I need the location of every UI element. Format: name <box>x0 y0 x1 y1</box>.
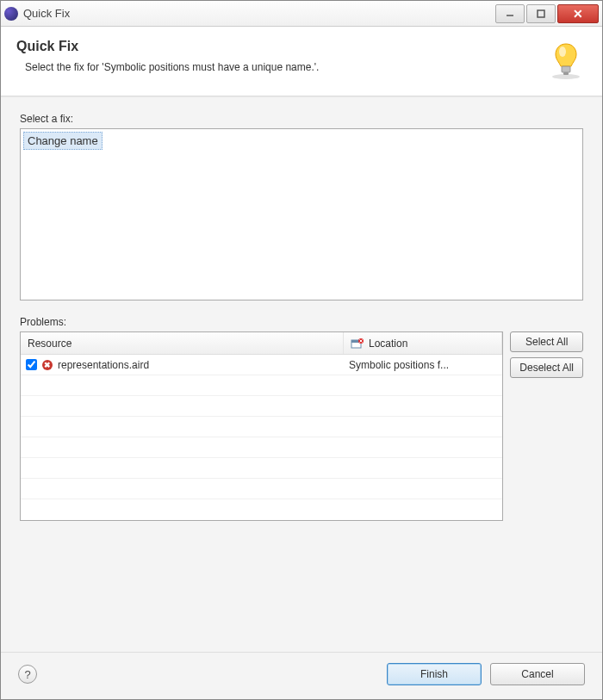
svg-rect-1 <box>538 10 544 17</box>
problems-label: Problems: <box>20 316 583 328</box>
table-body: ✖ representations.aird Symbolic position… <box>21 355 502 520</box>
column-resource[interactable]: Resource <box>21 332 344 354</box>
close-button[interactable]: ✕ <box>557 4 599 23</box>
location-text: Symbolic positions f... <box>344 359 502 371</box>
table-header: Resource Location <box>21 332 502 355</box>
error-icon: ✖ <box>42 360 53 370</box>
fix-item[interactable]: Change name <box>23 132 103 150</box>
dialog-footer: ? Finish Cancel <box>1 652 602 699</box>
location-column-icon <box>351 338 364 350</box>
select-all-button[interactable]: Select All <box>510 331 583 352</box>
dialog-header: Quick Fix Select the fix for 'Symbolic p… <box>1 27 602 96</box>
finish-button[interactable]: Finish <box>387 663 482 685</box>
dialog-description: Select the fix for 'Symbolic positions m… <box>16 61 545 73</box>
svg-rect-5 <box>563 72 569 75</box>
window-title: Quick Fix <box>23 7 494 20</box>
lightbulb-icon <box>545 39 587 80</box>
deselect-all-button[interactable]: Deselect All <box>510 357 583 378</box>
help-button[interactable]: ? <box>18 665 37 684</box>
fixes-label: Select a fix: <box>20 113 583 125</box>
svg-point-3 <box>559 46 566 57</box>
fixes-list[interactable]: Change name <box>20 128 583 300</box>
svg-rect-4 <box>562 66 570 72</box>
help-icon: ? <box>24 668 30 681</box>
titlebar[interactable]: Quick Fix ✕ <box>1 1 602 27</box>
problems-table[interactable]: Resource Location <box>20 331 503 521</box>
eclipse-icon <box>4 7 18 21</box>
row-checkbox[interactable] <box>26 359 37 370</box>
close-icon: ✕ <box>573 7 583 21</box>
dialog-window: Quick Fix ✕ Quick Fix Select the fix for… <box>0 0 603 700</box>
dialog-body: Select a fix: Change name Problems: Reso… <box>1 96 602 652</box>
minimize-button[interactable] <box>495 4 525 23</box>
resource-name: representations.aird <box>58 359 149 371</box>
cancel-button[interactable]: Cancel <box>490 663 585 685</box>
table-row[interactable]: ✖ representations.aird Symbolic position… <box>21 355 502 375</box>
dialog-title: Quick Fix <box>16 39 545 54</box>
maximize-button[interactable] <box>526 4 556 23</box>
column-location[interactable]: Location <box>344 332 502 354</box>
